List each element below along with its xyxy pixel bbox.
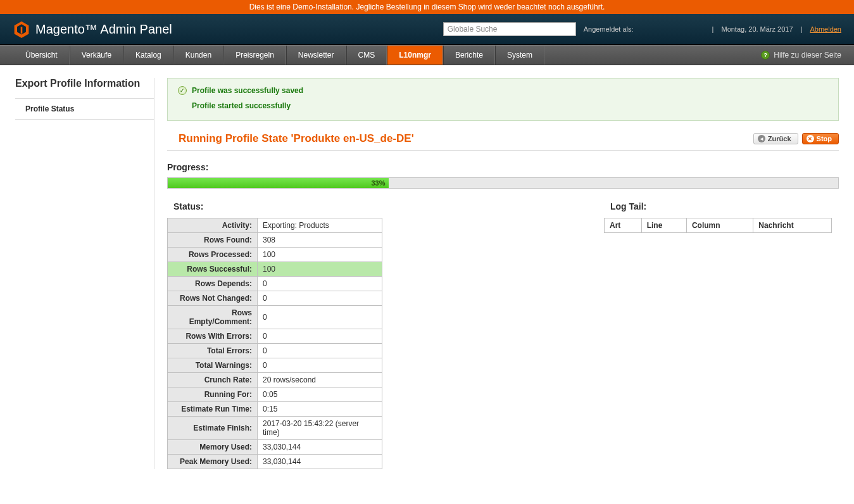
tables-row: Status: Activity:Exporting: ProductsRows… [167, 201, 839, 469]
status-table: Activity:Exporting: ProductsRows Found:3… [167, 218, 382, 469]
menu-item-berichte[interactable]: Berichte [443, 46, 495, 65]
help-link[interactable]: Hilfe zu dieser Seite [774, 51, 841, 60]
progress-bar: 33% [167, 177, 839, 189]
menu-item-l10nmgr[interactable]: L10nmgr [387, 46, 443, 65]
logout-link[interactable]: Abmelden [810, 25, 841, 33]
logged-in-label: Angemeldet als: [584, 25, 634, 33]
progress-fill: 33% [168, 178, 389, 188]
status-row: Estimate Run Time:0:15 [168, 402, 382, 417]
progress-label: Progress: [167, 162, 839, 172]
header: Magento™ Admin Panel Angemeldet als: | M… [0, 14, 854, 45]
log-col-nachricht: Nachricht [753, 218, 832, 233]
menu-item-newsletter[interactable]: Newsletter [286, 46, 346, 65]
sidebar-heading: Export Profile Information [15, 78, 154, 99]
status-row: Memory Used:33,030,144 [168, 440, 382, 455]
logo[interactable]: Magento™ Admin Panel [13, 20, 172, 38]
msg-started: Profile started successfully [178, 101, 828, 110]
status-row: Rows With Errors:0 [168, 329, 382, 344]
demo-banner: Dies ist eine Demo-Installation. Jeglich… [0, 0, 854, 14]
back-button[interactable]: ◄ Zurück [753, 133, 798, 144]
status-row: Estimate Finish:2017-03-20 15:43:22 (ser… [168, 417, 382, 440]
menu-item-system[interactable]: System [495, 46, 544, 65]
status-row: Peak Memory Used:33,030,144 [168, 455, 382, 469]
sidebar: Export Profile Information Profile Statu… [15, 78, 154, 469]
magento-logo-icon [13, 20, 30, 38]
status-row: Rows Not Changed:0 [168, 291, 382, 306]
status-row: Rows Found:308 [168, 233, 382, 248]
status-row: Total Errors:0 [168, 344, 382, 358]
stop-button[interactable]: ✕ Stop [802, 133, 839, 144]
help-icon: ? [761, 51, 770, 60]
status-row: Total Warnings:0 [168, 358, 382, 373]
menu-item-katalog[interactable]: Katalog [123, 46, 173, 65]
log-table: ArtLineColumnNachricht [604, 218, 832, 233]
page-title: Running Profile State 'Produkte en-US_de… [167, 132, 414, 145]
main-menu: ÜbersichtVerkäufeKatalogKundenPreisregel… [0, 46, 544, 65]
action-buttons: ◄ Zurück ✕ Stop [753, 133, 839, 144]
menu-item-kunden[interactable]: Kunden [173, 46, 223, 65]
log-col-art: Art [605, 218, 642, 233]
main-content: Export Profile Information Profile Statu… [0, 65, 854, 469]
success-message-box: ✓ Profile was successfully saved Profile… [167, 78, 839, 121]
svg-rect-2 [21, 27, 23, 34]
check-icon: ✓ [178, 86, 187, 95]
status-row: Rows Successful:100 [168, 262, 382, 277]
back-arrow-icon: ◄ [758, 135, 765, 142]
sidebar-item-profile-status[interactable]: Profile Status [15, 99, 154, 120]
log-label: Log Tail: [604, 201, 832, 211]
help-link-wrap: ? Hilfe zu dieser Seite [748, 46, 854, 65]
header-right: Angemeldet als: | Montag, 20. März 2017 … [443, 22, 841, 36]
menu-item-verkäufe[interactable]: Verkäufe [70, 46, 123, 65]
status-column: Status: Activity:Exporting: ProductsRows… [167, 201, 572, 469]
status-row: Rows Depends:0 [168, 277, 382, 291]
menu-item-übersicht[interactable]: Übersicht [0, 46, 70, 65]
status-row: Crunch Rate:20 rows/second [168, 373, 382, 387]
menu-item-preisregeln[interactable]: Preisregeln [223, 46, 286, 65]
title-row: Running Profile State 'Produkte en-US_de… [167, 132, 839, 151]
status-row: Rows Processed:100 [168, 248, 382, 262]
header-date: Montag, 20. März 2017 [721, 25, 793, 33]
content: ✓ Profile was successfully saved Profile… [167, 78, 839, 469]
status-label: Status: [167, 201, 572, 211]
status-row: Activity:Exporting: Products [168, 218, 382, 233]
msg-saved: ✓ Profile was successfully saved [178, 86, 828, 95]
global-search-input[interactable] [443, 22, 576, 36]
stop-x-icon: ✕ [807, 135, 814, 142]
menu-item-cms[interactable]: CMS [346, 46, 387, 65]
log-col-column: Column [686, 218, 753, 233]
menubar: ÜbersichtVerkäufeKatalogKundenPreisregel… [0, 45, 854, 65]
log-column: Log Tail: ArtLineColumnNachricht [604, 201, 832, 233]
status-row: Rows Empty/Comment:0 [168, 306, 382, 329]
logo-text: Magento™ Admin Panel [35, 22, 172, 37]
log-col-line: Line [641, 218, 686, 233]
status-row: Running For:0:05 [168, 387, 382, 402]
